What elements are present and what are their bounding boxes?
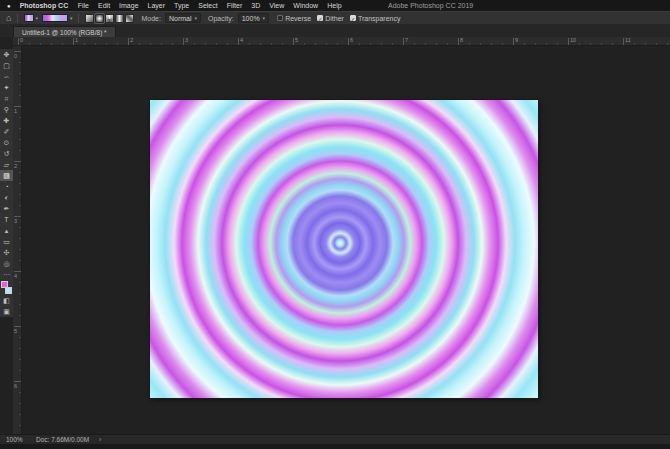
move-tool[interactable]: ✥ — [0, 49, 13, 60]
ruler-v-label: 6 — [14, 383, 17, 389]
eraser-tool[interactable]: ▱ — [0, 159, 13, 170]
gradient-type-linear-button[interactable] — [85, 14, 94, 23]
document-tab-title: Untitled-1 @ 100% (RGB/8) * — [22, 29, 107, 36]
dodge-tool[interactable]: ◐ — [0, 192, 13, 203]
gradient-tool-icon — [24, 14, 34, 22]
menu-help[interactable]: Help — [323, 2, 346, 9]
menu-edit[interactable]: Edit — [94, 2, 115, 9]
hand-tool[interactable]: ✣ — [0, 247, 13, 258]
clone-stamp-tool[interactable]: ⊙ — [0, 137, 13, 148]
document-tab-bar: Untitled-1 @ 100% (RGB/8) * — [0, 25, 670, 37]
ruler-h-label: 1 — [75, 37, 78, 43]
spot-healing-tool[interactable]: ✚ — [0, 115, 13, 126]
tools-panel: ✥▢∽✦⌗⚲✚✐⊙↺▱▨◔◐✒T▴▭✣◎ ⋯ ◧▣ — [0, 37, 13, 434]
bottom-strip — [0, 444, 670, 449]
ruler-h-label: 4 — [240, 37, 243, 43]
opacity-dropdown[interactable]: 100% ▾ — [238, 13, 269, 23]
checkbox-label: Transparency — [358, 15, 401, 22]
menu-layer[interactable]: Layer — [143, 2, 170, 9]
reverse-checkbox-box[interactable] — [277, 15, 283, 21]
ruler-v-label: 2 — [14, 163, 17, 169]
chevron-down-icon: ▾ — [70, 15, 73, 21]
menu-window[interactable]: Window — [289, 2, 323, 9]
ruler-h-label: 10 — [570, 37, 576, 43]
tool-preset-picker[interactable]: ▾ — [24, 14, 38, 22]
ruler-v-label: 5 — [14, 328, 17, 334]
divider — [17, 14, 18, 23]
checkbox-label: Dither — [325, 15, 344, 22]
color-swatches[interactable] — [0, 280, 13, 295]
menu-items: FileEditImageLayerTypeSelectFilter3DView… — [73, 2, 346, 9]
ruler-v-label: 3 — [14, 218, 17, 224]
brush-tool[interactable]: ✐ — [0, 126, 13, 137]
document-area: 01234567891011 0123456 — [13, 37, 670, 434]
ruler-h-label: 7 — [405, 37, 408, 43]
home-icon[interactable]: ⌂ — [6, 13, 11, 23]
zoom-tool[interactable]: ◎ — [0, 258, 13, 269]
chevron-down-icon: ▾ — [263, 15, 266, 21]
menu-photoshop-cc[interactable]: Photoshop CC — [15, 2, 74, 9]
background-color-swatch[interactable] — [5, 287, 12, 294]
transparency-checkbox-box[interactable]: ✓ — [350, 15, 356, 21]
foreground-color-swatch[interactable] — [1, 281, 8, 288]
checkbox-transparency[interactable]: ✓Transparency — [350, 15, 401, 22]
horizontal-ruler[interactable]: 01234567891011 — [13, 37, 670, 46]
menu-filter[interactable]: Filter — [222, 2, 247, 9]
doc-size-info: Doc: 7.66M/0.00M — [36, 436, 89, 443]
options-bar: ⌂ ▾ ▾ Mode: Normal ▾ Opacity: 100% ▾ Rev… — [0, 11, 670, 25]
crop-tool[interactable]: ⌗ — [0, 93, 13, 104]
gradient-tool[interactable]: ▨ — [0, 170, 13, 181]
menu-3d[interactable]: 3D — [247, 2, 265, 9]
canvas-area — [22, 46, 670, 434]
menu-select[interactable]: Select — [194, 2, 222, 9]
mode-dropdown[interactable]: Normal ▾ — [165, 13, 201, 23]
screen-mode-button[interactable]: ▣ — [0, 306, 13, 317]
pen-tool[interactable]: ✒ — [0, 203, 13, 214]
menu-view[interactable]: View — [265, 2, 289, 9]
gradient-type-radial-button[interactable] — [95, 14, 104, 23]
type-tool[interactable]: T — [0, 214, 13, 225]
apple-menu-icon[interactable]: ● — [5, 3, 15, 9]
quick-mask-button[interactable]: ◧ — [0, 295, 13, 306]
lasso-tool[interactable]: ∽ — [0, 71, 13, 82]
dither-checkbox-box[interactable]: ✓ — [317, 15, 323, 21]
checkbox-reverse[interactable]: Reverse — [277, 15, 311, 22]
ruler-h-label: 11 — [625, 37, 631, 43]
gradient-type-reflected-button[interactable] — [115, 14, 124, 23]
menu-bar: ● Photoshop CC FileEditImageLayerTypeSel… — [0, 0, 670, 11]
rectangular-marquee-tool[interactable]: ▢ — [0, 60, 13, 71]
window-title: Adobe Photoshop CC 2019 — [388, 2, 473, 9]
edit-toolbar-button[interactable]: ⋯ — [0, 269, 13, 280]
history-brush-tool[interactable]: ↺ — [0, 148, 13, 159]
ruler-h-label: 2 — [130, 37, 133, 43]
document-canvas[interactable] — [150, 100, 538, 398]
ruler-h-label: 8 — [460, 37, 463, 43]
gradient-picker[interactable]: ▾ — [42, 14, 73, 22]
ruler-h-label: 3 — [185, 37, 188, 43]
rectangle-shape-tool[interactable]: ▭ — [0, 236, 13, 247]
quick-selection-tool[interactable]: ✦ — [0, 82, 13, 93]
tools-list: ✥▢∽✦⌗⚲✚✐⊙↺▱▨◔◐✒T▴▭✣◎ — [0, 49, 13, 269]
vertical-ruler[interactable]: 0123456 — [13, 46, 22, 434]
ruler-v-label: 0 — [14, 53, 17, 59]
document-tab[interactable]: Untitled-1 @ 100% (RGB/8) * — [13, 26, 116, 37]
ruler-h-label: 6 — [350, 37, 353, 43]
blur-tool[interactable]: ◔ — [0, 181, 13, 192]
checkbox-dither[interactable]: ✓Dither — [317, 15, 344, 22]
ruler-h-label: 9 — [515, 37, 518, 43]
chevron-down-icon: ▾ — [195, 15, 198, 21]
opacity-value: 100% — [242, 15, 260, 22]
eyedropper-tool[interactable]: ⚲ — [0, 104, 13, 115]
status-menu-chevron-icon[interactable]: › — [99, 436, 101, 443]
ruler-v-label: 4 — [14, 273, 17, 279]
gradient-type-diamond-button[interactable] — [125, 14, 134, 23]
zoom-level-field[interactable]: 100% — [6, 436, 26, 443]
workspace: ✥▢∽✦⌗⚲✚✐⊙↺▱▨◔◐✒T▴▭✣◎ ⋯ ◧▣ 01234567891011… — [0, 37, 670, 434]
menu-file[interactable]: File — [73, 2, 93, 9]
extra-tools-list: ◧▣ — [0, 295, 13, 317]
menu-type[interactable]: Type — [170, 2, 194, 9]
mode-label: Mode: — [141, 15, 160, 22]
path-selection-tool[interactable]: ▴ — [0, 225, 13, 236]
menu-image[interactable]: Image — [115, 2, 143, 9]
gradient-type-angle-button[interactable] — [105, 14, 114, 23]
